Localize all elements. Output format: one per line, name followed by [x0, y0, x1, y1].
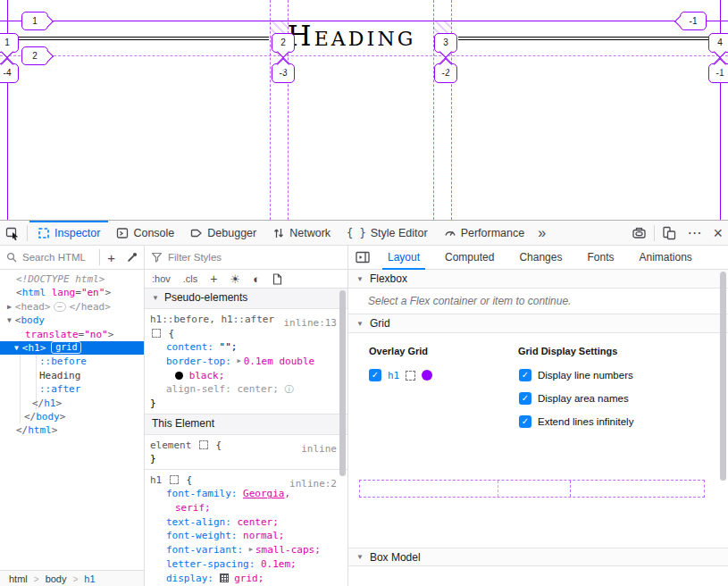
- markup-line-h1-selected[interactable]: ▼<h1>grid: [0, 341, 144, 355]
- grid-row-badge: 1: [21, 12, 48, 30]
- markup-line-h1-close[interactable]: </h1>: [0, 397, 144, 410]
- tab-debugger[interactable]: Debugger: [182, 221, 264, 245]
- separator: [654, 225, 655, 241]
- rule-selector[interactable]: h1::before, h1::afterinline:13: [145, 313, 347, 327]
- console-icon: [116, 227, 129, 239]
- layout-scrollbar-thumb[interactable]: [720, 272, 726, 481]
- rule-selector[interactable]: element {inline: [145, 439, 347, 453]
- select-element-target-icon[interactable]: [406, 371, 415, 381]
- breadcrumb-item-html[interactable]: html: [9, 573, 28, 584]
- tab-label: Network: [289, 227, 331, 239]
- tab-network[interactable]: Network: [264, 221, 339, 245]
- filter-styles-input[interactable]: [166, 251, 268, 264]
- breadcrumb-item-h1[interactable]: h1: [84, 573, 95, 584]
- responsive-design-mode-icon[interactable]: [657, 221, 682, 245]
- tab-changes[interactable]: Changes: [506, 246, 574, 270]
- markup-line-html-close[interactable]: </html>: [0, 423, 144, 437]
- grid-row-badge: 2: [21, 46, 48, 65]
- markup-line-doctype[interactable]: <!DOCTYPE html>: [0, 272, 144, 286]
- css-declaration[interactable]: font-weight: normal;: [145, 529, 347, 543]
- markup-line-after-pseudo[interactable]: ::after: [0, 382, 144, 396]
- css-declaration[interactable]: letter-spacing: 0.1em;: [145, 557, 347, 572]
- css-declaration[interactable]: content: "";: [145, 340, 347, 355]
- breadcrumb: html > body > h1: [0, 570, 144, 586]
- search-html-input[interactable]: [21, 251, 88, 264]
- grid-column-badge-negative: -1: [708, 63, 728, 83]
- extend-lines-checkbox[interactable]: ✓: [519, 415, 531, 428]
- tab-inspector[interactable]: Inspector: [29, 221, 108, 245]
- css-declaration[interactable]: display: grid;: [145, 572, 347, 586]
- css-declaration-inactive[interactable]: align-self: center; ⓘ: [145, 382, 347, 397]
- grid-row-line-2: [0, 55, 728, 56]
- dark-scheme-icon[interactable]: ◐: [253, 272, 260, 286]
- markup-line-body-open[interactable]: ▼<body: [0, 314, 144, 327]
- markup-line-head[interactable]: ▶<head>⋯</head>: [0, 300, 144, 314]
- setting-label: Extend lines infinitely: [538, 416, 633, 427]
- grid-column-badge-pair: 3 -2: [434, 33, 457, 85]
- tab-console[interactable]: Console: [108, 221, 182, 245]
- grid-outline-preview[interactable]: [359, 480, 705, 498]
- toggle-class-button[interactable]: .cls: [183, 273, 198, 284]
- pseudo-elements-header[interactable]: ▼ Pseudo-elements: [145, 289, 347, 309]
- print-simulation-icon[interactable]: [272, 273, 282, 285]
- breadcrumb-item-body[interactable]: body: [46, 573, 67, 584]
- node-picker-button[interactable]: [0, 221, 25, 245]
- tab-fonts[interactable]: Fonts: [574, 246, 626, 270]
- markup-line-body-close[interactable]: </body>: [0, 410, 144, 423]
- add-node-button[interactable]: +: [102, 246, 121, 270]
- grid-item-link[interactable]: h1: [388, 370, 399, 381]
- eyedropper-icon[interactable]: [121, 246, 144, 270]
- grid-section-header[interactable]: ▼ Grid: [348, 314, 728, 333]
- grid-badge[interactable]: grid: [51, 341, 81, 354]
- css-declaration[interactable]: font-variant: ▶small-caps;: [145, 543, 347, 557]
- grid-overlay-checkbox[interactable]: ✓: [369, 369, 381, 381]
- box-model-section-header[interactable]: ▼ Box Model: [348, 548, 728, 566]
- sidebar-toggle-icon[interactable]: [348, 246, 375, 270]
- grid-column-badge: 3: [434, 33, 457, 53]
- collapse-triangle-icon: ▼: [356, 553, 364, 561]
- rules-scrollbar-thumb[interactable]: [339, 290, 346, 476]
- css-declaration[interactable]: border-top: ▶0.1em double: [145, 355, 347, 369]
- tab-performance[interactable]: Performance: [436, 221, 533, 245]
- markup-line-body-attr[interactable]: translate="no">: [0, 328, 144, 341]
- css-declaration-wrap[interactable]: black;: [145, 369, 347, 383]
- more-tabs-chevron[interactable]: »: [532, 221, 551, 245]
- section-title: Box Model: [370, 551, 421, 564]
- setting-label: Display line numbers: [538, 370, 633, 381]
- rule-selector[interactable]: h1 {inline:2: [145, 473, 347, 488]
- grid-outline-divider: [570, 481, 571, 497]
- markup-line-html-open[interactable]: <html lang="en">: [0, 286, 144, 299]
- toggle-hover-button[interactable]: :hov: [152, 273, 171, 284]
- css-declaration[interactable]: font-family: Georgia,: [145, 487, 347, 501]
- close-devtools-icon[interactable]: ×: [707, 221, 728, 245]
- braces-icon: { }: [347, 228, 366, 239]
- display-line-numbers-checkbox[interactable]: ✓: [519, 369, 531, 381]
- tab-label: Inspector: [54, 227, 100, 239]
- flexbox-section-header[interactable]: ▼ Flexbox: [348, 270, 728, 289]
- grid-column-badge: 2: [272, 33, 295, 53]
- tab-label: Performance: [461, 227, 525, 239]
- page-preview: Heading 1 2 -1 1 -4 2 -3 3 -2: [0, 0, 728, 220]
- screenshot-camera-icon[interactable]: [626, 221, 652, 245]
- markup-line-before-pseudo[interactable]: ::before: [0, 355, 144, 368]
- tab-computed[interactable]: Computed: [432, 246, 506, 270]
- tab-animations[interactable]: Animations: [626, 246, 704, 270]
- grid-color-swatch[interactable]: [422, 370, 432, 381]
- meatball-menu-icon[interactable]: ⋯: [682, 221, 707, 245]
- add-rule-button[interactable]: +: [210, 272, 217, 286]
- css-declaration-wrap[interactable]: serif;: [145, 501, 347, 515]
- css-declaration[interactable]: text-align: center;: [145, 515, 347, 530]
- grid-section-body: Overlay Grid ✓ h1 Grid Display Settings …: [348, 333, 728, 548]
- h1-after-double-border: [458, 37, 709, 40]
- devtools-toolbox: Inspector Console Debugger Network { } S…: [0, 220, 728, 586]
- badge-arrow-tip: [41, 14, 54, 27]
- markup-tree: <!DOCTYPE html> <html lang="en"> ▶<head>…: [0, 270, 144, 570]
- markup-line-text[interactable]: Heading: [0, 369, 144, 382]
- toolbox-tabbar: Inspector Console Debugger Network { } S…: [0, 221, 728, 246]
- tab-layout[interactable]: Layout: [375, 246, 432, 270]
- light-scheme-icon[interactable]: ☀: [230, 272, 240, 286]
- debugger-icon: [190, 227, 203, 239]
- display-area-names-checkbox[interactable]: ✓: [519, 392, 531, 405]
- flexbox-empty-message: Select a Flex container or item to conti…: [348, 289, 728, 314]
- tab-style-editor[interactable]: { } Style Editor: [339, 221, 436, 245]
